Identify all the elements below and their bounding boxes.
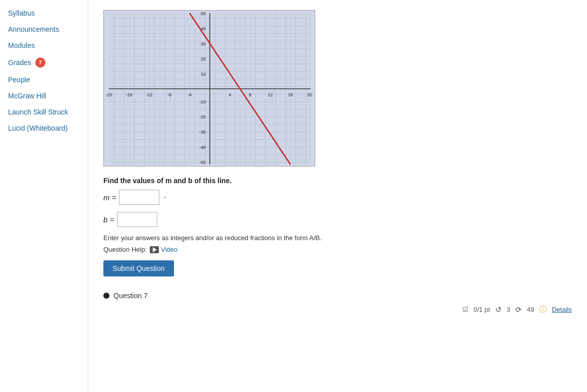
- svg-text:50: 50: [201, 11, 206, 16]
- sidebar-item-syllabus[interactable]: Syllabus: [0, 5, 88, 21]
- instructions-text: Enter your answers as integers and/or as…: [103, 234, 572, 242]
- sidebar-item-skillstruck[interactable]: Launch Skill Struck: [0, 104, 88, 120]
- next-question-row: Question 7: [103, 292, 572, 300]
- svg-text:-30: -30: [199, 130, 206, 135]
- svg-text:-20: -20: [199, 115, 206, 120]
- sidebar-item-label: Syllabus: [8, 9, 35, 17]
- question-help-label: Question Help:: [103, 246, 147, 253]
- m-input-row: m = ·: [103, 190, 572, 205]
- main-content: -20 -16 -12 -8 -4 4 8 12 16 20 50 40 30 …: [88, 0, 587, 392]
- submit-question-button[interactable]: Submit Question: [103, 260, 174, 276]
- score-text: 0/1 pt: [474, 306, 490, 313]
- sidebar-item-label: Lucid (Whiteboard): [8, 124, 68, 132]
- score-icon: ☑: [462, 306, 468, 313]
- sidebar-item-mcgrawhill[interactable]: McGraw Hill: [0, 88, 88, 104]
- svg-text:-16: -16: [126, 92, 132, 97]
- m-label: m =: [103, 193, 116, 202]
- question-text: Find the values of m and b of this line.: [103, 177, 572, 185]
- svg-text:-50: -50: [199, 160, 206, 165]
- svg-text:10: 10: [201, 72, 206, 77]
- retry-icon: ↺: [495, 305, 502, 314]
- svg-text:20: 20: [201, 57, 206, 62]
- b-input-row: b =: [103, 212, 572, 227]
- video-label: Video: [161, 246, 178, 253]
- b-input[interactable]: [117, 212, 157, 227]
- next-question-label: Question 7: [113, 292, 148, 300]
- sidebar-item-announcements[interactable]: Announcements: [0, 21, 88, 37]
- question-help-row: Question Help: Video: [103, 246, 572, 253]
- recycle-icon: ⟳: [515, 305, 522, 314]
- sidebar-item-label: Grades: [8, 59, 31, 67]
- graph-container: -20 -16 -12 -8 -4 4 8 12 16 20 50 40 30 …: [103, 10, 572, 166]
- info-icon: ⓘ: [539, 305, 547, 314]
- sidebar-item-label: Announcements: [8, 25, 59, 33]
- retry-count: 3: [507, 306, 510, 313]
- video-icon: [150, 246, 159, 253]
- bullet-icon: [103, 293, 109, 299]
- svg-text:-4: -4: [188, 92, 192, 97]
- svg-text:16: 16: [288, 92, 293, 97]
- details-link[interactable]: Details: [552, 306, 572, 313]
- sidebar-item-label: People: [8, 76, 30, 84]
- video-link[interactable]: Video: [150, 246, 178, 253]
- svg-text:-20: -20: [105, 92, 112, 97]
- sidebar-item-modules[interactable]: Modules: [0, 37, 88, 53]
- svg-text:8: 8: [249, 92, 251, 97]
- svg-text:-8: -8: [167, 92, 171, 97]
- sidebar-item-label: McGraw Hill: [8, 92, 46, 100]
- svg-text:30: 30: [201, 41, 206, 46]
- sidebar-item-whiteboard[interactable]: Lucid (Whiteboard): [0, 120, 88, 136]
- svg-text:-12: -12: [146, 92, 152, 97]
- svg-text:-10: -10: [199, 99, 206, 104]
- sidebar-item-label: Launch Skill Struck: [8, 108, 68, 116]
- coordinate-graph: -20 -16 -12 -8 -4 4 8 12 16 20 50 40 30 …: [103, 10, 315, 166]
- dot-separator: ·: [163, 193, 165, 202]
- sidebar-item-people[interactable]: People: [0, 72, 88, 88]
- b-label: b =: [103, 215, 114, 224]
- m-input[interactable]: [119, 190, 159, 205]
- recycle-count: 49: [527, 306, 534, 313]
- svg-text:12: 12: [268, 92, 273, 97]
- svg-text:20: 20: [307, 92, 312, 97]
- svg-text:-40: -40: [199, 145, 206, 150]
- grades-badge: 7: [35, 58, 45, 68]
- svg-text:4: 4: [228, 92, 231, 97]
- sidebar: Syllabus Announcements Modules Grades 7 …: [0, 0, 88, 392]
- sidebar-item-label: Modules: [8, 41, 35, 49]
- sidebar-item-grades[interactable]: Grades 7: [0, 53, 88, 72]
